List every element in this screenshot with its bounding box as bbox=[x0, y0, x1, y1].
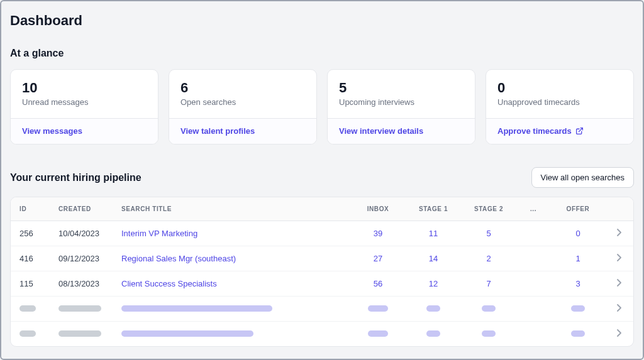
chevron-right-icon[interactable] bbox=[617, 279, 622, 286]
table-row-skeleton bbox=[11, 322, 633, 347]
col-id: ID bbox=[11, 197, 50, 221]
view-interview-details-link[interactable]: View interview details bbox=[339, 126, 423, 136]
svg-line-0 bbox=[579, 128, 582, 132]
stat-value: 10 bbox=[22, 80, 147, 96]
stage1-count-link[interactable]: 14 bbox=[429, 254, 438, 263]
skeleton-placeholder bbox=[426, 330, 440, 337]
skeleton-placeholder bbox=[19, 305, 36, 312]
stat-card-timecards: 0 Unapproved timecards Approve timecards bbox=[486, 69, 634, 145]
view-talent-profiles-link[interactable]: View talent profiles bbox=[180, 126, 255, 136]
col-created: CREATED bbox=[50, 197, 113, 221]
col-ellipsis: ... bbox=[516, 197, 550, 221]
view-messages-link[interactable]: View messages bbox=[22, 126, 82, 136]
stat-card-interviews: 5 Upcoming interviews View interview det… bbox=[327, 69, 475, 145]
col-offer: OFFER bbox=[550, 197, 606, 221]
skeleton-placeholder bbox=[121, 305, 272, 312]
stat-card-unread: 10 Unread messages View messages bbox=[10, 69, 158, 145]
inbox-count-link[interactable]: 27 bbox=[374, 254, 382, 263]
view-all-open-searches-button[interactable]: View all open searches bbox=[531, 167, 634, 188]
search-title-link[interactable]: Interim VP Marketing bbox=[121, 229, 197, 238]
stat-label: Unapproved timecards bbox=[497, 97, 622, 107]
stat-card-open-searches: 6 Open searches View talent profiles bbox=[169, 69, 317, 145]
offer-count-link[interactable]: 1 bbox=[575, 254, 580, 263]
offer-count-link[interactable]: 0 bbox=[575, 229, 580, 238]
cell-created: 09/12/2023 bbox=[50, 246, 113, 271]
pipeline-heading: Your current hiring pipeline bbox=[10, 172, 142, 183]
cell-ellipsis bbox=[516, 271, 550, 297]
cell-created: 08/13/2023 bbox=[50, 271, 113, 297]
col-inbox: INBOX bbox=[350, 197, 406, 221]
chevron-right-icon[interactable] bbox=[617, 304, 622, 312]
skeleton-placeholder bbox=[58, 305, 101, 312]
col-chevron bbox=[606, 197, 633, 221]
table-row[interactable]: 115 08/13/2023 Client Success Specialist… bbox=[11, 271, 633, 297]
search-title-link[interactable]: Regional Sales Mgr (southeast) bbox=[121, 254, 236, 263]
cell-ellipsis bbox=[516, 246, 550, 271]
stat-cards-row: 10 Unread messages View messages 6 Open … bbox=[10, 69, 634, 145]
skeleton-placeholder bbox=[368, 305, 388, 312]
cell-ellipsis bbox=[516, 221, 550, 246]
skeleton-placeholder bbox=[482, 305, 496, 312]
col-stage1: STAGE 1 bbox=[406, 197, 461, 221]
external-link-icon bbox=[575, 127, 584, 135]
inbox-count-link[interactable]: 39 bbox=[374, 229, 382, 238]
stat-value: 5 bbox=[339, 80, 464, 96]
table-row-skeleton bbox=[11, 297, 633, 322]
pipeline-table-wrap: ID CREATED SEARCH TITLE INBOX STAGE 1 ST… bbox=[10, 197, 634, 347]
stat-value: 6 bbox=[180, 80, 305, 96]
chevron-right-icon[interactable] bbox=[617, 329, 622, 337]
stage2-count-link[interactable]: 5 bbox=[486, 229, 491, 238]
search-title-link[interactable]: Client Success Specialists bbox=[121, 279, 217, 288]
skeleton-placeholder bbox=[482, 330, 496, 337]
pipeline-header: Your current hiring pipeline View all op… bbox=[10, 167, 634, 188]
chevron-right-icon[interactable] bbox=[617, 254, 622, 261]
col-stage2: STAGE 2 bbox=[461, 197, 516, 221]
cell-created: 10/04/2023 bbox=[50, 221, 113, 246]
cell-id: 115 bbox=[11, 271, 50, 297]
skeleton-placeholder bbox=[368, 330, 388, 337]
approve-timecards-link[interactable]: Approve timecards bbox=[497, 126, 584, 136]
stage2-count-link[interactable]: 2 bbox=[486, 254, 491, 263]
skeleton-placeholder bbox=[121, 330, 253, 337]
page-title: Dashboard bbox=[10, 13, 634, 29]
table-header-row: ID CREATED SEARCH TITLE INBOX STAGE 1 ST… bbox=[11, 197, 633, 221]
stat-value: 0 bbox=[497, 80, 622, 96]
stage2-count-link[interactable]: 7 bbox=[486, 279, 491, 288]
at-a-glance-heading: At a glance bbox=[10, 48, 634, 59]
cell-id: 256 bbox=[11, 221, 50, 246]
table-row[interactable]: 256 10/04/2023 Interim VP Marketing 39 1… bbox=[11, 221, 633, 246]
skeleton-placeholder bbox=[58, 330, 101, 337]
chevron-right-icon[interactable] bbox=[617, 229, 622, 236]
offer-count-link[interactable]: 3 bbox=[575, 279, 580, 288]
table-row[interactable]: 416 09/12/2023 Regional Sales Mgr (south… bbox=[11, 246, 633, 271]
skeleton-placeholder bbox=[571, 330, 585, 337]
pipeline-table: ID CREATED SEARCH TITLE INBOX STAGE 1 ST… bbox=[11, 197, 633, 346]
stage1-count-link[interactable]: 12 bbox=[429, 279, 438, 288]
skeleton-placeholder bbox=[571, 305, 585, 312]
skeleton-placeholder bbox=[19, 330, 36, 337]
stage1-count-link[interactable]: 11 bbox=[429, 229, 438, 238]
stat-label: Unread messages bbox=[22, 97, 147, 107]
stat-label: Upcoming interviews bbox=[339, 97, 464, 107]
stat-label: Open searches bbox=[180, 97, 305, 107]
inbox-count-link[interactable]: 56 bbox=[374, 279, 382, 288]
col-title: SEARCH TITLE bbox=[113, 197, 350, 221]
stat-link-label: Approve timecards bbox=[497, 126, 572, 136]
cell-id: 416 bbox=[11, 246, 50, 271]
skeleton-placeholder bbox=[426, 305, 440, 312]
